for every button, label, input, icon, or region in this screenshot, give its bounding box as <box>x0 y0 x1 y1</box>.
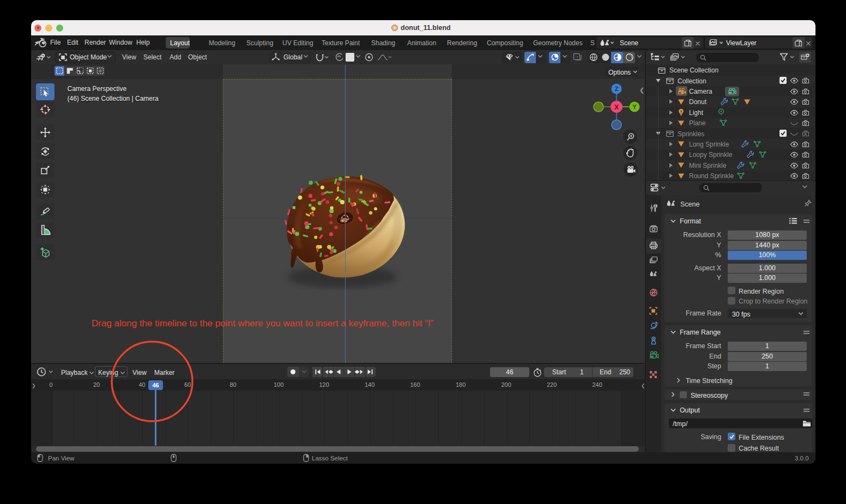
svg-text:Y: Y <box>632 104 637 110</box>
svg-text:Z: Z <box>615 86 619 92</box>
svg-text:X: X <box>614 104 619 111</box>
